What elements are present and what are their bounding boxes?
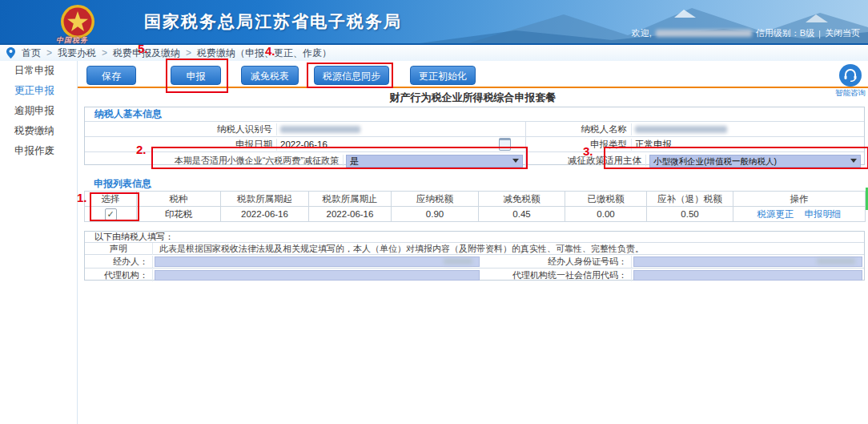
page-title: 财产行为税企业所得税综合申报套餐 [78,91,868,105]
breadcrumb-home[interactable]: 首页 [22,46,41,60]
breadcrumb-woyaobanshui[interactable]: 我要办税 [58,46,96,60]
agency-input[interactable] [155,270,480,281]
policy-subject-value: 小型微利企业(增值税一般纳税人) [653,155,777,168]
redacted-agent-id [817,258,855,264]
col-period-start: 税款所属期起 [221,192,309,207]
close-page-link[interactable]: 关闭当页 [825,27,860,39]
chevron-down-icon [850,159,857,163]
cell-period-start: 2022-06-16 [221,207,309,222]
breadcrumb-shenbao-jiaona[interactable]: 税费申报及缴纳 [113,46,180,60]
filing-type-value: 正常申报 [632,139,864,151]
breadcrumb: 首页 > 我要办税 > 税费申报及缴纳 > 税费缴纳（申报、更正、作废） [0,45,868,61]
toolbar-divider [78,87,868,88]
taxpayer-name-label: 纳税人名称 [526,123,632,135]
chevron-down-icon [512,159,519,163]
reduction-table-button[interactable]: 减免税表 [241,66,299,85]
tax-source-sync-button[interactable]: 税源信息同步 [314,66,389,85]
sidebar-item-tax-payment[interactable]: 税费缴纳 [0,121,77,141]
col-period-end: 税款所属期止 [309,192,392,207]
taxpayer-id-value [277,126,525,133]
col-balance: 应补（退）税额 [647,192,733,207]
col-actions: 操作 [733,192,866,207]
redacted-agent-name [444,258,472,264]
breadcrumb-current[interactable]: 税费缴纳（申报、更正、作废） [197,46,332,60]
six-tax-policy-label: 本期是否适用小微企业“六税两费”减征政策 [85,155,344,167]
correction-init-button[interactable]: 更正初始化 [410,66,476,85]
filing-date-field[interactable]: 2022-06-16 [277,138,525,151]
sidebar-item-correction-declare[interactable]: 更正申报 [0,81,77,101]
location-pin-icon [6,47,15,59]
taxpayer-name-value [632,126,864,133]
six-tax-policy-select[interactable]: 是 [346,155,523,168]
table-header-row: 选择 税种 税款所属期起 税款所属期止 应纳税额 减免税额 已缴税额 应补（退）… [85,192,866,207]
agent-id-label: 经办人身份证号码： [481,256,632,268]
top-banner: 中国税务 国家税务总局江苏省电子税务局 欢迎, 信用级别：B级 | 关闭当页 [0,0,868,45]
policy-subject-select[interactable]: 小型微利企业(增值税一般纳税人) [649,155,861,168]
agency-code-label: 代理机构统一社会信用代码： [481,269,632,281]
col-reduced: 减免税额 [479,192,565,207]
agent-input[interactable] [155,256,480,267]
breadcrumb-separator: > [186,47,191,59]
calendar-icon[interactable] [499,138,511,151]
cell-period-end: 2022-06-16 [309,207,392,222]
redacted-taxpayer-id [280,126,360,133]
col-paid: 已缴税额 [565,192,647,207]
welcome-text: 欢迎, [632,27,652,39]
header-divider: | [818,29,821,38]
col-payable: 应纳税额 [392,192,479,207]
agency-label: 代理机构： [85,269,153,281]
sidebar-item-daily-declare[interactable]: 日常申报 [0,61,77,81]
breadcrumb-separator: > [102,47,107,59]
save-button[interactable]: 保存 [86,66,136,85]
statement-text: 此表是根据国家税收法律法规及相关规定填写的，本人（单位）对填报内容（及附带资料）… [153,243,864,255]
policy-subject-label: 减征政策适用主体 [526,155,646,167]
basic-info-section: 纳税人基本信息 纳税人识别号 纳税人名称 申报日期 2022-06-16 申报类… [84,107,865,165]
filing-type-label: 申报类型 [526,139,632,151]
declaration-table: 选择 税种 税款所属期起 税款所属期止 应纳税额 减免税额 已缴税额 应补（退）… [84,191,866,222]
site-title: 国家税务总局江苏省电子税务局 [144,10,402,33]
six-tax-policy-value: 是 [350,155,360,168]
cell-tax-type: 印花税 [137,207,221,222]
credit-level-badge: 信用级别：B级 [756,27,814,39]
declaration-list-title: 申报列表信息 [84,177,151,191]
taxpayer-fill-title: 以下由纳税人填写： [85,232,864,242]
agent-label: 经办人： [85,256,153,268]
filing-date-value: 2022-06-16 [280,139,328,149]
filing-date-label: 申报日期 [85,139,277,151]
sidebar-item-overdue-declare[interactable]: 逾期申报 [0,101,77,121]
col-select: 选择 [85,192,137,207]
declare-button[interactable]: 申报 [171,66,221,85]
sidebar: 日常申报 更正申报 逾期申报 税费缴纳 申报作废 [0,61,78,424]
cell-payable: 0.90 [392,207,479,222]
cell-paid: 0.00 [565,207,647,222]
declare-detail-link[interactable]: 申报明细 [805,209,842,219]
agency-code-input[interactable] [633,270,862,281]
cell-balance: 0.50 [647,207,733,222]
national-emblem-logo [60,4,95,39]
table-row: ✓ 印花税 2022-06-16 2022-06-16 0.90 0.45 0.… [85,207,866,222]
row-checkbox[interactable]: ✓ [105,208,117,220]
sidebar-item-declare-void[interactable]: 申报作废 [0,141,77,161]
cell-reduced: 0.45 [479,207,565,222]
taxpayer-id-label: 纳税人识别号 [85,123,277,135]
agent-id-input[interactable] [633,256,862,267]
col-tax-type: 税种 [137,192,221,207]
basic-info-title: 纳税人基本信息 [85,107,864,121]
taxpayer-fill-section: 以下由纳税人填写： 声明 此表是根据国家税收法律法规及相关规定填写的，本人（单位… [84,231,865,281]
headset-icon [839,64,862,87]
breadcrumb-separator: > [46,47,52,59]
tax-source-correct-link[interactable]: 税源更正 [757,209,794,219]
redacted-username [656,30,752,37]
statement-label: 声明 [85,243,153,255]
redacted-taxpayer-name [635,126,727,133]
